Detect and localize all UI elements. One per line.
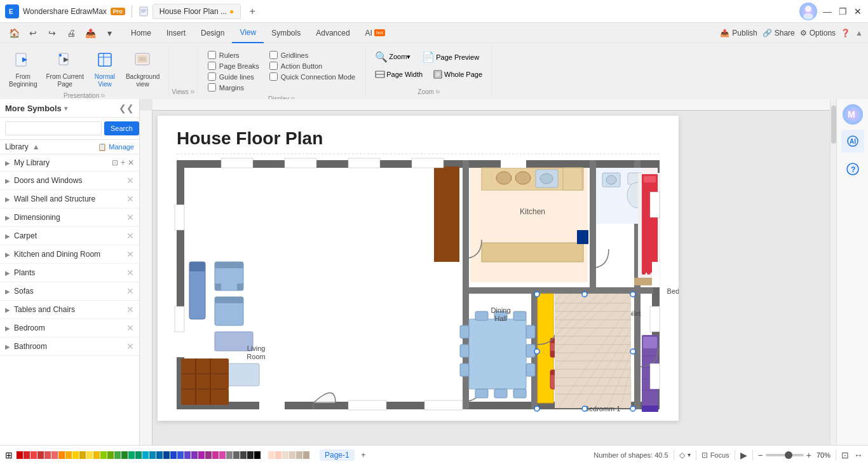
sidebar-item-wall-shell[interactable]: ▶ Wall Shell and Structure ✕ <box>0 190 139 208</box>
color-swatch[interactable] <box>163 451 170 459</box>
ai-panel-button[interactable]: AI <box>841 130 864 153</box>
from-beginning-button[interactable]: FromBeginning <box>5 48 41 91</box>
shape-select-icon[interactable]: ◇ <box>679 451 685 460</box>
color-swatch[interactable] <box>86 451 93 459</box>
color-swatch[interactable] <box>93 451 100 459</box>
quick-connection-checkbox[interactable]: Quick Connection Mode <box>269 72 355 81</box>
page-width-button[interactable]: Page Width <box>371 67 426 82</box>
color-swatch[interactable] <box>261 451 268 459</box>
color-swatch[interactable] <box>149 451 156 459</box>
presentation-expand-icon[interactable]: ⧉ <box>101 93 105 99</box>
tab-home[interactable]: Home <box>123 23 159 43</box>
my-library-export-icon[interactable]: ⊡ <box>112 158 118 167</box>
fit-page-button[interactable]: ⊡ <box>841 450 849 460</box>
scrollbar-thumb[interactable] <box>831 106 836 144</box>
action-button-checkbox[interactable]: Action Button <box>269 62 355 70</box>
color-swatch[interactable] <box>296 451 302 459</box>
share-button[interactable]: 🔗 Share <box>763 29 795 38</box>
color-swatch[interactable] <box>72 451 79 459</box>
color-swatch[interactable] <box>44 451 51 459</box>
print-button[interactable]: 🖨 <box>62 24 80 42</box>
color-swatch[interactable] <box>58 451 65 459</box>
color-swatch[interactable] <box>268 451 275 459</box>
zoom-slider[interactable] <box>766 454 804 456</box>
from-current-page-button[interactable]: From CurrentPage <box>42 48 87 91</box>
tab-advanced[interactable]: Advanced <box>308 23 357 43</box>
color-swatch[interactable] <box>142 451 149 459</box>
sidebar-item-plants[interactable]: ▶ Plants ✕ <box>0 264 139 282</box>
rulers-checkbox[interactable]: Rulers <box>208 51 259 59</box>
margins-checkbox[interactable]: Margins <box>208 83 259 92</box>
sidebar-item-bedroom[interactable]: ▶ Bedroom ✕ <box>0 319 139 338</box>
canvas-page[interactable]: House Floor Plan <box>158 116 679 421</box>
color-swatch[interactable] <box>198 451 205 459</box>
tab-symbols[interactable]: Symbols <box>264 23 308 43</box>
canvas-area[interactable]: House Floor Plan <box>140 99 868 445</box>
color-swatch[interactable] <box>240 451 247 459</box>
my-library-close-icon[interactable]: ✕ <box>128 158 134 167</box>
guide-lines-checkbox[interactable]: Guide lines <box>208 72 259 81</box>
zoom-plus-button[interactable]: + <box>806 450 811 460</box>
doors-windows-close[interactable]: ✕ <box>126 175 134 186</box>
grid-view-icon[interactable]: ⊞ <box>5 450 13 460</box>
sidebar-item-doors-windows[interactable]: ▶ Doors and Windows ✕ <box>0 172 139 190</box>
sidebar-item-kitchen-dining[interactable]: ▶ Kitchen and Dining Room ✕ <box>0 245 139 264</box>
color-swatch[interactable] <box>254 451 261 459</box>
sidebar-collapse-button[interactable]: ❮❮ <box>119 103 134 113</box>
gridlines-checkbox[interactable]: Gridlines <box>269 51 355 59</box>
kitchen-dining-close[interactable]: ✕ <box>126 249 134 259</box>
qa-dropdown[interactable]: ▾ <box>100 24 118 42</box>
wall-shell-close[interactable]: ✕ <box>126 194 134 204</box>
color-swatch[interactable] <box>191 451 198 459</box>
my-library-add-icon[interactable]: + <box>121 158 125 167</box>
carpet-close[interactable]: ✕ <box>126 231 134 241</box>
sidebar-item-carpet[interactable]: ▶ Carpet ✕ <box>0 227 139 245</box>
add-tab-button[interactable]: + <box>245 4 260 19</box>
page-preview-button[interactable]: 📄 Page Preview <box>418 48 483 65</box>
color-swatch[interactable] <box>282 451 288 459</box>
publish-button[interactable]: 📤 Publish <box>720 29 757 38</box>
zoom-button[interactable]: 🔍 Zoom▾ <box>371 48 416 65</box>
close-button[interactable]: ✕ <box>853 6 863 17</box>
whole-page-button[interactable]: Whole Page <box>429 67 486 82</box>
color-swatch[interactable] <box>65 451 72 459</box>
color-swatch[interactable] <box>289 451 295 459</box>
add-page-button[interactable]: + <box>357 449 370 461</box>
tables-chairs-close[interactable]: ✕ <box>126 304 134 315</box>
sidebar-item-bathroom[interactable]: ▶ Bathroom ✕ <box>0 338 139 356</box>
sidebar-item-sofas[interactable]: ▶ Sofas ✕ <box>0 282 139 301</box>
search-input[interactable] <box>5 121 102 135</box>
sidebar-item-my-library[interactable]: ▶ My Library ⊡ + ✕ <box>0 154 139 172</box>
zoom-expand-icon[interactable]: ⧉ <box>436 89 440 95</box>
tab-ai[interactable]: AI hot <box>358 23 393 43</box>
color-swatch[interactable] <box>24 451 30 459</box>
home-quick-btn[interactable]: 🏠 <box>5 24 23 42</box>
background-view-button[interactable]: Backgroundview <box>122 48 163 91</box>
color-swatch[interactable] <box>135 451 142 459</box>
search-button[interactable]: Search <box>104 121 139 135</box>
undo-button[interactable]: ↩ <box>24 24 42 42</box>
zoom-thumb[interactable] <box>785 451 792 459</box>
sidebar-title[interactable]: More Symbols ▾ <box>5 104 119 113</box>
views-expand-icon[interactable]: ⧉ <box>191 89 194 95</box>
fit-width-button[interactable]: ↔ <box>854 450 863 460</box>
color-swatch[interactable] <box>247 451 254 459</box>
help-panel-button[interactable]: ? <box>841 158 864 181</box>
minimize-button[interactable]: — <box>822 6 832 17</box>
color-swatch[interactable] <box>212 451 219 459</box>
dimensioning-close[interactable]: ✕ <box>126 212 134 222</box>
color-swatch[interactable] <box>205 451 212 459</box>
color-swatch[interactable] <box>233 451 240 459</box>
page-breaks-checkbox[interactable]: Page Breaks <box>208 62 259 70</box>
color-swatch[interactable] <box>170 451 177 459</box>
color-swatch[interactable] <box>114 451 121 459</box>
doc-tab[interactable]: House Floor Plan ... ● <box>153 4 241 19</box>
sidebar-item-dimensioning[interactable]: ▶ Dimensioning ✕ <box>0 208 139 227</box>
color-swatch[interactable] <box>31 451 37 459</box>
color-swatch[interactable] <box>226 451 233 459</box>
color-swatch[interactable] <box>79 451 86 459</box>
color-swatch[interactable] <box>121 451 128 459</box>
redo-button[interactable]: ↪ <box>43 24 61 42</box>
shape-dropdown-icon[interactable]: ▾ <box>688 451 691 458</box>
help-button[interactable]: ❓ <box>841 29 850 38</box>
